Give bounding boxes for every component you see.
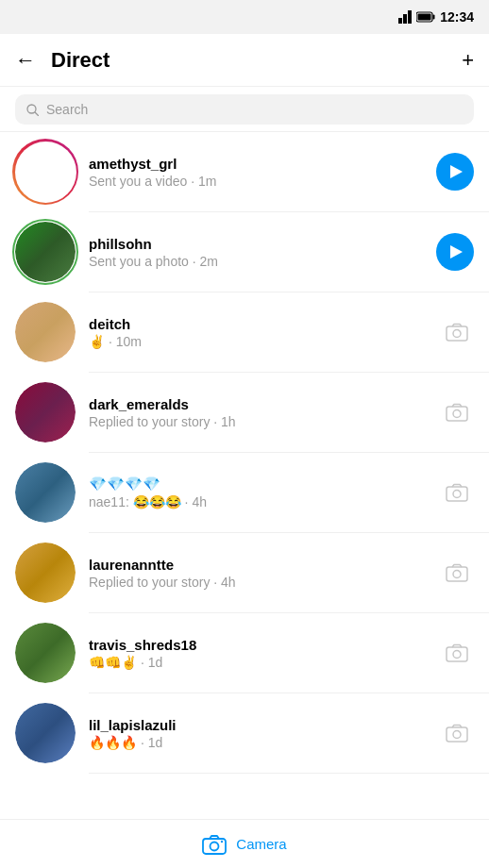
play-button[interactable] xyxy=(436,233,474,271)
camera-message-icon[interactable] xyxy=(440,476,474,509)
conv-subtext: 🔥🔥🔥 · 1d xyxy=(89,735,427,750)
story-ring-gradient xyxy=(12,139,78,205)
svg-rect-10 xyxy=(447,407,467,421)
camera-label: Camera xyxy=(236,836,286,852)
conv-info: 💎💎💎💎nae11: 😂😂😂 · 4h xyxy=(89,476,427,509)
list-item[interactable]: laurenanntteReplied to your story · 4h xyxy=(0,533,489,612)
avatar xyxy=(15,462,76,523)
avatar xyxy=(15,703,76,763)
svg-rect-8 xyxy=(447,326,467,341)
list-item[interactable]: travis_shreds18👊👊✌️ · 1d xyxy=(0,613,489,693)
conv-action[interactable] xyxy=(440,636,474,670)
conv-subtext: nae11: 😂😂😂 · 4h xyxy=(89,494,427,509)
camera-icon xyxy=(446,323,468,342)
conv-action[interactable] xyxy=(436,153,474,191)
conv-info: lil_lapislazuli🔥🔥🔥 · 1d xyxy=(89,717,427,750)
svg-rect-18 xyxy=(447,727,467,742)
back-button[interactable]: ← xyxy=(15,48,36,73)
svg-line-7 xyxy=(35,112,39,116)
play-icon xyxy=(450,165,463,178)
conversation-list: amethyst_grlSent you a video · 1mphillso… xyxy=(0,132,489,819)
camera-message-icon[interactable] xyxy=(440,716,474,750)
status-icons: 12:34 xyxy=(398,9,474,25)
list-item[interactable]: dark_emeraldsReplied to your story · 1h xyxy=(0,373,489,452)
conv-username: laurenanntte xyxy=(89,557,427,573)
search-icon xyxy=(26,104,39,116)
camera-icon xyxy=(446,724,468,743)
svg-rect-14 xyxy=(447,567,467,581)
camera-icon xyxy=(202,834,227,855)
conv-username: phillsohn xyxy=(89,236,423,252)
camera-bar[interactable]: Camera xyxy=(0,819,489,868)
header: ← Direct + xyxy=(0,34,489,87)
list-item[interactable]: phillsohnSent you a photo · 2m xyxy=(0,212,489,292)
conv-action[interactable] xyxy=(440,716,474,750)
avatar xyxy=(15,142,76,202)
camera-icon xyxy=(446,403,468,422)
conv-info: travis_shreds18👊👊✌️ · 1d xyxy=(89,637,427,670)
conv-subtext: Sent you a video · 1m xyxy=(89,174,423,189)
svg-rect-4 xyxy=(433,15,435,20)
avatar xyxy=(15,623,76,683)
conv-info: deitch✌️ · 10m xyxy=(89,316,427,349)
conv-action[interactable] xyxy=(440,315,474,349)
avatar xyxy=(15,222,76,282)
status-time: 12:34 xyxy=(440,9,474,25)
svg-marker-1 xyxy=(403,14,407,24)
svg-point-13 xyxy=(453,491,461,498)
camera-message-icon[interactable] xyxy=(440,556,474,590)
svg-point-17 xyxy=(453,651,461,659)
story-ring-green xyxy=(12,219,78,285)
list-item[interactable]: 💎💎💎💎nae11: 😂😂😂 · 4h xyxy=(0,453,489,532)
list-item[interactable]: deitch✌️ · 10m xyxy=(0,292,489,372)
svg-marker-2 xyxy=(408,10,412,24)
camera-message-icon[interactable] xyxy=(440,315,474,349)
conv-username: travis_shreds18 xyxy=(89,637,427,653)
avatar xyxy=(15,382,76,442)
conv-username: lil_lapislazuli xyxy=(89,717,427,733)
camera-icon xyxy=(446,483,468,502)
battery-icon xyxy=(416,11,435,23)
camera-message-icon[interactable] xyxy=(440,395,474,429)
conv-subtext: Replied to your story · 4h xyxy=(89,575,427,590)
camera-message-icon[interactable] xyxy=(440,636,474,670)
conv-username: amethyst_grl xyxy=(89,156,423,172)
status-bar: 12:34 xyxy=(0,0,489,34)
svg-point-22 xyxy=(221,840,223,842)
new-message-button[interactable]: + xyxy=(462,48,474,73)
svg-point-19 xyxy=(453,731,461,739)
page-title: Direct xyxy=(51,48,462,73)
conv-action[interactable] xyxy=(440,556,474,590)
conv-subtext: Sent you a photo · 2m xyxy=(89,254,423,269)
conv-action[interactable] xyxy=(440,395,474,429)
play-button[interactable] xyxy=(436,153,474,191)
conv-info: laurenanntteReplied to your story · 4h xyxy=(89,557,427,590)
conv-username: 💎💎💎💎 xyxy=(89,476,427,492)
search-placeholder: Search xyxy=(46,102,88,117)
svg-rect-12 xyxy=(447,487,467,501)
svg-marker-0 xyxy=(398,18,402,24)
conv-username: dark_emeralds xyxy=(89,396,427,412)
avatar xyxy=(15,542,76,603)
svg-point-15 xyxy=(453,571,461,578)
play-icon xyxy=(450,245,463,259)
conv-info: amethyst_grlSent you a video · 1m xyxy=(89,156,423,189)
svg-point-21 xyxy=(211,842,219,850)
camera-icon xyxy=(446,643,468,662)
list-item[interactable]: lil_lapislazuli🔥🔥🔥 · 1d xyxy=(0,693,489,773)
list-item[interactable]: amethyst_grlSent you a video · 1m xyxy=(0,132,489,211)
conv-username: deitch xyxy=(89,316,427,332)
svg-point-11 xyxy=(453,410,461,418)
signal-icon xyxy=(398,10,412,24)
conv-action[interactable] xyxy=(436,233,474,271)
svg-rect-5 xyxy=(418,14,431,21)
conv-info: dark_emeraldsReplied to your story · 1h xyxy=(89,396,427,429)
conv-action[interactable] xyxy=(440,476,474,509)
search-bar: Search xyxy=(0,87,489,132)
search-input-wrap[interactable]: Search xyxy=(15,94,474,125)
conv-subtext: ✌️ · 10m xyxy=(89,334,427,349)
conv-subtext: 👊👊✌️ · 1d xyxy=(89,655,427,670)
conv-subtext: Replied to your story · 1h xyxy=(89,414,427,429)
svg-rect-16 xyxy=(447,647,467,661)
svg-point-9 xyxy=(453,330,461,338)
